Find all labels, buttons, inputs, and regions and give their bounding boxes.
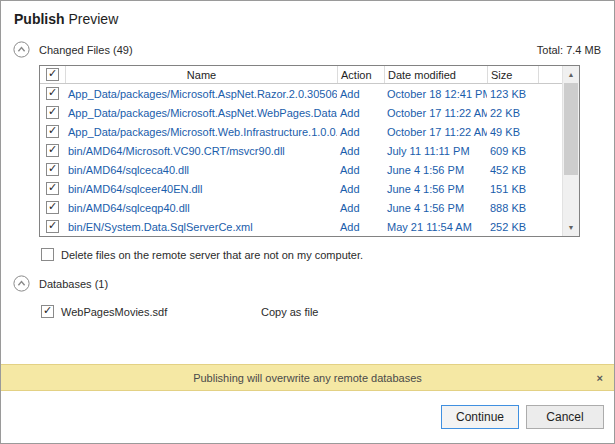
file-action: Add [337,183,384,195]
database-row[interactable]: WebPagesMovies.sdf Copy as file [41,305,614,318]
delete-files-checkbox[interactable] [41,248,54,261]
row-checkbox[interactable] [46,125,59,138]
scroll-down-button[interactable]: ▼ [563,219,579,236]
file-size: 252 KB [487,221,538,233]
database-name: WebPagesMovies.sdf [61,306,261,318]
file-action: Add [337,145,384,157]
file-name: App_Data/packages/Microsoft.AspNet.Razor… [65,88,337,100]
table-header-row: Name Action Date modified Size [40,66,562,84]
row-checkbox[interactable] [46,182,59,195]
file-action: Add [337,164,384,176]
row-checkbox[interactable] [46,201,59,214]
table-row[interactable]: App_Data/packages/Microsoft.AspNet.WebPa… [40,103,562,122]
file-size: 151 KB [487,183,538,195]
table-row[interactable]: App_Data/packages/Microsoft.Web.Infrastr… [40,122,562,141]
table-row[interactable]: bin/AMD64/sqlceqp40.dllAddJune 4 1:56 PM… [40,198,562,217]
table-row[interactable]: bin/EN/System.Data.SqlServerCe.xmlAddMay… [40,217,562,236]
table-row[interactable]: bin/AMD64/Microsoft.VC90.CRT/msvcr90.dll… [40,141,562,160]
select-all-checkbox[interactable] [46,68,59,81]
column-header-action[interactable]: Action [337,66,384,83]
table-row[interactable]: bin/AMD64/sqlceca40.dllAddJune 4 1:56 PM… [40,160,562,179]
file-size: 888 KB [487,202,538,214]
file-name: bin/EN/System.Data.SqlServerCe.xml [65,221,337,233]
scroll-thumb[interactable] [564,83,578,175]
scroll-up-button[interactable]: ▲ [563,66,579,83]
file-size: 123 KB [487,88,538,100]
row-checkbox[interactable] [46,106,59,119]
column-header-size[interactable]: Size [487,66,538,83]
file-action: Add [337,107,384,119]
file-date-modified: May 21 11:54 AM [384,221,487,233]
changed-files-section-header: Changed Files (49) Total: 7.4 MB [13,41,601,58]
file-date-modified: June 4 1:56 PM [384,202,487,214]
continue-button[interactable]: Continue [441,405,519,429]
database-checkbox[interactable] [41,305,54,318]
file-name: App_Data/packages/Microsoft.Web.Infrastr… [65,126,337,138]
title-preview: Preview [68,11,118,27]
publish-preview-dialog: Publish Preview Changed Files (49) Total… [0,0,615,444]
row-checkbox[interactable] [46,163,59,176]
column-header-filler [538,66,562,83]
file-name: bin/AMD64/sqlceer40EN.dll [65,183,337,195]
file-action: Add [337,221,384,233]
warning-bar: Publishing will overwrite any remote dat… [1,364,614,391]
file-date-modified: October 17 11:22 AM [384,107,487,119]
cancel-button[interactable]: Cancel [526,405,604,429]
file-name: bin/AMD64/sqlceca40.dll [65,164,337,176]
file-name: App_Data/packages/Microsoft.AspNet.WebPa… [65,107,337,119]
title-publish: Publish [14,11,65,27]
file-date-modified: July 11 11:11 PM [384,145,487,157]
column-header-date-modified[interactable]: Date modified [384,66,487,83]
databases-label: Databases (1) [39,278,108,290]
delete-files-option: Delete files on the remote server that a… [41,248,601,261]
file-size: 452 KB [487,164,538,176]
table-row[interactable]: App_Data/packages/Microsoft.AspNet.Razor… [40,84,562,103]
footer-buttons: Continue Cancel [1,391,614,443]
changed-files-table: Name Action Date modified Size App_Data/… [39,65,580,237]
row-checkbox[interactable] [46,87,59,100]
vertical-scrollbar[interactable]: ▲ ▼ [562,66,579,236]
file-action: Add [337,88,384,100]
warning-close-button[interactable]: × [597,372,603,384]
databases-section-header: Databases (1) [13,275,601,292]
scroll-track[interactable] [563,175,579,219]
file-date-modified: October 17 11:22 AM [384,126,487,138]
file-size: 609 KB [487,145,538,157]
file-name: bin/AMD64/sqlceqp40.dll [65,202,337,214]
column-header-name[interactable]: Name [65,66,337,83]
file-action: Add [337,126,384,138]
file-date-modified: October 18 12:41 PM [384,88,487,100]
changed-files-rows: App_Data/packages/Microsoft.AspNet.Razor… [40,84,562,236]
row-checkbox[interactable] [46,220,59,233]
delete-files-label: Delete files on the remote server that a… [61,249,363,261]
changed-files-label: Changed Files (49) [39,44,133,56]
total-size-label: Total: 7.4 MB [537,44,601,56]
collapse-changed-files-icon[interactable] [13,41,30,58]
file-name: bin/AMD64/Microsoft.VC90.CRT/msvcr90.dll [65,145,337,157]
file-date-modified: June 4 1:56 PM [384,164,487,176]
file-size: 49 KB [487,126,538,138]
file-date-modified: June 4 1:56 PM [384,183,487,195]
file-size: 22 KB [487,107,538,119]
page-title: Publish Preview [14,11,614,27]
file-action: Add [337,202,384,214]
row-checkbox[interactable] [46,144,59,157]
warning-message: Publishing will overwrite any remote dat… [193,372,422,384]
database-action: Copy as file [261,306,318,318]
table-row[interactable]: bin/AMD64/sqlceer40EN.dllAddJune 4 1:56 … [40,179,562,198]
collapse-databases-icon[interactable] [13,275,30,292]
